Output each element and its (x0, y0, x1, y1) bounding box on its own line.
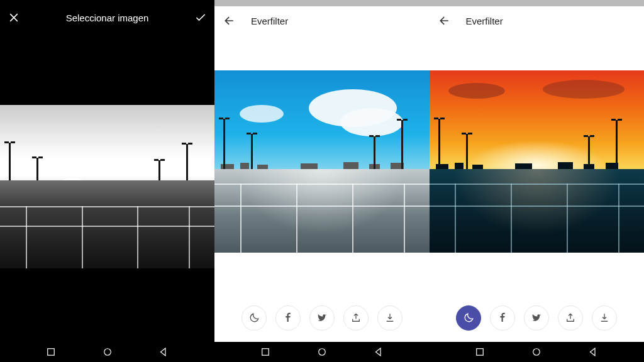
back-icon[interactable] (158, 346, 169, 358)
facebook-share-button[interactable] (490, 305, 515, 331)
back-icon[interactable] (587, 346, 599, 358)
twitter-share-button[interactable] (309, 305, 335, 331)
android-nav-bar (214, 342, 430, 362)
selected-image-preview[interactable] (0, 31, 214, 342)
home-icon[interactable] (316, 346, 328, 358)
panel-everfilter-sunset: Everfilter (430, 0, 645, 362)
twitter-share-button[interactable] (524, 305, 549, 331)
share-button[interactable] (558, 305, 583, 331)
recent-apps-icon[interactable] (474, 346, 486, 358)
svg-rect-0 (48, 349, 55, 356)
svg-rect-2 (262, 349, 269, 356)
panel-select-image: Seleccionar imagen (0, 0, 214, 362)
everfilter-topbar: Everfilter (214, 6, 430, 35)
recent-apps-icon[interactable] (45, 346, 57, 358)
filtered-image-preview[interactable] (214, 70, 430, 253)
status-bar (214, 0, 430, 6)
android-nav-bar (0, 342, 214, 362)
app-screenshots-row: Seleccionar imagen (0, 0, 644, 362)
arrow-left-icon[interactable] (223, 14, 236, 27)
svg-point-3 (319, 349, 326, 356)
download-button[interactable] (377, 305, 402, 331)
app-title: Everfilter (251, 16, 288, 26)
action-bar (430, 305, 645, 342)
share-button[interactable] (343, 305, 369, 331)
facebook-share-button[interactable] (275, 305, 301, 331)
recent-apps-icon[interactable] (260, 346, 271, 358)
everfilter-topbar: Everfilter (430, 6, 645, 35)
home-icon[interactable] (531, 346, 542, 358)
filtered-image-preview[interactable] (430, 70, 645, 253)
arrow-left-icon[interactable] (438, 14, 451, 27)
app-title: Everfilter (466, 16, 503, 26)
select-image-title: Seleccionar imagen (66, 13, 149, 23)
svg-rect-4 (477, 349, 484, 356)
image-bw-parking-lot (0, 105, 214, 268)
moon-filter-button[interactable] (456, 305, 481, 331)
home-icon[interactable] (102, 346, 113, 358)
svg-point-5 (533, 349, 540, 356)
svg-point-1 (104, 349, 111, 356)
back-icon[interactable] (373, 346, 384, 358)
select-image-topbar: Seleccionar imagen (0, 4, 214, 31)
check-icon[interactable] (194, 11, 207, 24)
moon-filter-button[interactable] (242, 305, 267, 331)
status-bar (430, 0, 645, 6)
download-button[interactable] (592, 305, 617, 331)
action-bar (214, 305, 430, 342)
android-nav-bar (430, 342, 645, 362)
image-blue-sky-filter (214, 70, 430, 253)
panel-everfilter-day: Everfilter (214, 0, 430, 362)
close-icon[interactable] (8, 11, 20, 24)
image-sunset-filter (430, 70, 645, 253)
